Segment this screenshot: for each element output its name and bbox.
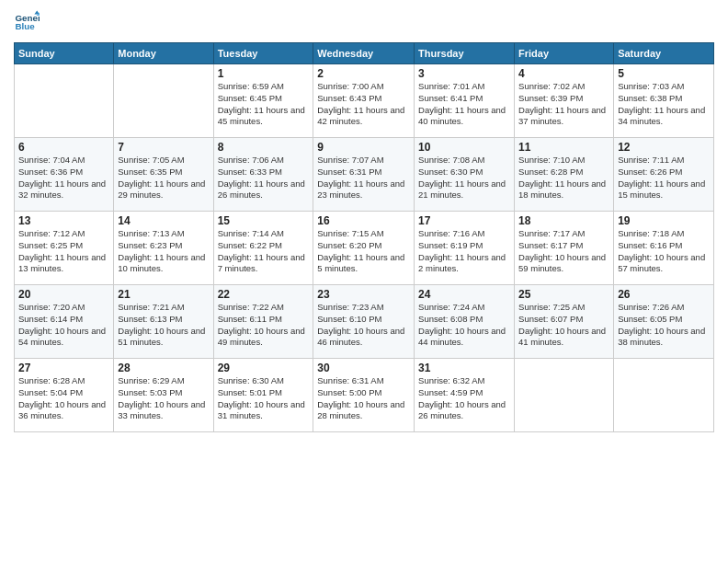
day-number: 11 <box>518 141 609 154</box>
calendar-cell: 18Sunrise: 7:17 AM Sunset: 6:17 PM Dayli… <box>515 212 614 285</box>
calendar-cell: 27Sunrise: 6:28 AM Sunset: 5:04 PM Dayli… <box>15 359 114 432</box>
svg-text:Blue: Blue <box>15 21 35 31</box>
day-number: 16 <box>317 214 410 227</box>
day-info: Sunrise: 7:07 AM Sunset: 6:31 PM Dayligh… <box>317 155 410 201</box>
calendar-cell <box>114 64 213 138</box>
page: General Blue SundayMondayTuesdayWednesda… <box>0 0 728 442</box>
calendar-cell: 22Sunrise: 7:22 AM Sunset: 6:11 PM Dayli… <box>213 285 313 359</box>
calendar-cell: 14Sunrise: 7:13 AM Sunset: 6:23 PM Dayli… <box>114 212 213 285</box>
calendar-cell: 2Sunrise: 7:00 AM Sunset: 6:43 PM Daylig… <box>313 64 415 138</box>
calendar-cell: 5Sunrise: 7:03 AM Sunset: 6:38 PM Daylig… <box>614 64 714 138</box>
calendar-cell: 23Sunrise: 7:23 AM Sunset: 6:10 PM Dayli… <box>313 285 415 359</box>
day-info: Sunrise: 7:08 AM Sunset: 6:30 PM Dayligh… <box>418 155 510 201</box>
day-number: 18 <box>518 214 609 227</box>
day-number: 4 <box>518 67 609 80</box>
calendar-cell <box>515 359 614 432</box>
day-number: 20 <box>18 288 109 301</box>
day-info: Sunrise: 6:32 AM Sunset: 4:59 PM Dayligh… <box>418 375 510 422</box>
day-info: Sunrise: 7:24 AM Sunset: 6:08 PM Dayligh… <box>418 302 510 349</box>
calendar-cell: 13Sunrise: 7:12 AM Sunset: 6:25 PM Dayli… <box>15 212 114 285</box>
day-info: Sunrise: 7:14 AM Sunset: 6:22 PM Dayligh… <box>218 228 310 275</box>
day-info: Sunrise: 7:17 AM Sunset: 6:17 PM Dayligh… <box>518 228 609 275</box>
day-number: 7 <box>118 141 209 154</box>
day-info: Sunrise: 7:23 AM Sunset: 6:10 PM Dayligh… <box>317 302 410 349</box>
day-info: Sunrise: 7:00 AM Sunset: 6:43 PM Dayligh… <box>317 81 410 128</box>
day-number: 19 <box>618 214 710 227</box>
day-number: 23 <box>317 288 410 301</box>
day-number: 30 <box>317 362 410 374</box>
header: General Blue <box>14 9 714 35</box>
day-number: 9 <box>317 141 410 154</box>
day-number: 5 <box>618 67 710 80</box>
day-number: 13 <box>18 214 109 227</box>
weekday-header: Friday <box>515 43 614 64</box>
day-number: 12 <box>618 141 710 154</box>
day-number: 28 <box>118 362 209 374</box>
calendar-week-row: 13Sunrise: 7:12 AM Sunset: 6:25 PM Dayli… <box>15 212 714 285</box>
calendar-cell: 28Sunrise: 6:29 AM Sunset: 5:03 PM Dayli… <box>114 359 213 432</box>
logo-icon: General Blue <box>14 9 40 35</box>
day-info: Sunrise: 7:21 AM Sunset: 6:13 PM Dayligh… <box>118 302 209 349</box>
calendar-cell: 31Sunrise: 6:32 AM Sunset: 4:59 PM Dayli… <box>415 359 515 432</box>
calendar-cell: 1Sunrise: 6:59 AM Sunset: 6:45 PM Daylig… <box>213 64 313 138</box>
day-number: 2 <box>317 67 410 80</box>
day-info: Sunrise: 6:29 AM Sunset: 5:03 PM Dayligh… <box>118 375 209 422</box>
day-info: Sunrise: 7:12 AM Sunset: 6:25 PM Dayligh… <box>18 228 109 275</box>
calendar-cell: 29Sunrise: 6:30 AM Sunset: 5:01 PM Dayli… <box>213 359 313 432</box>
calendar-header-row: SundayMondayTuesdayWednesdayThursdayFrid… <box>15 43 714 64</box>
day-number: 25 <box>518 288 609 301</box>
calendar-week-row: 20Sunrise: 7:20 AM Sunset: 6:14 PM Dayli… <box>15 285 714 359</box>
calendar-cell <box>614 359 714 432</box>
day-number: 21 <box>118 288 209 301</box>
calendar-cell: 30Sunrise: 6:31 AM Sunset: 5:00 PM Dayli… <box>313 359 415 432</box>
calendar-cell: 15Sunrise: 7:14 AM Sunset: 6:22 PM Dayli… <box>213 212 313 285</box>
day-number: 3 <box>418 67 510 80</box>
day-info: Sunrise: 7:16 AM Sunset: 6:19 PM Dayligh… <box>418 228 510 275</box>
day-number: 8 <box>218 141 310 154</box>
weekday-header: Wednesday <box>313 43 415 64</box>
weekday-header: Thursday <box>415 43 515 64</box>
day-info: Sunrise: 7:06 AM Sunset: 6:33 PM Dayligh… <box>218 155 310 201</box>
day-info: Sunrise: 6:31 AM Sunset: 5:00 PM Dayligh… <box>317 375 410 422</box>
calendar-cell: 11Sunrise: 7:10 AM Sunset: 6:28 PM Dayli… <box>515 138 614 212</box>
calendar-cell: 24Sunrise: 7:24 AM Sunset: 6:08 PM Dayli… <box>415 285 515 359</box>
day-info: Sunrise: 7:01 AM Sunset: 6:41 PM Dayligh… <box>418 81 510 128</box>
day-info: Sunrise: 7:25 AM Sunset: 6:07 PM Dayligh… <box>518 302 609 349</box>
logo: General Blue <box>14 9 41 35</box>
calendar-cell: 12Sunrise: 7:11 AM Sunset: 6:26 PM Dayli… <box>614 138 714 212</box>
day-number: 24 <box>418 288 510 301</box>
day-info: Sunrise: 7:20 AM Sunset: 6:14 PM Dayligh… <box>18 302 109 349</box>
calendar-cell: 3Sunrise: 7:01 AM Sunset: 6:41 PM Daylig… <box>415 64 515 138</box>
calendar-week-row: 27Sunrise: 6:28 AM Sunset: 5:04 PM Dayli… <box>15 359 714 432</box>
day-number: 29 <box>218 362 310 374</box>
calendar-cell: 17Sunrise: 7:16 AM Sunset: 6:19 PM Dayli… <box>415 212 515 285</box>
calendar-cell <box>15 64 114 138</box>
calendar-cell: 4Sunrise: 7:02 AM Sunset: 6:39 PM Daylig… <box>515 64 614 138</box>
day-info: Sunrise: 7:15 AM Sunset: 6:20 PM Dayligh… <box>317 228 410 275</box>
day-number: 14 <box>118 214 209 227</box>
day-info: Sunrise: 7:05 AM Sunset: 6:35 PM Dayligh… <box>118 155 209 201</box>
day-info: Sunrise: 6:30 AM Sunset: 5:01 PM Dayligh… <box>218 375 310 422</box>
calendar-cell: 7Sunrise: 7:05 AM Sunset: 6:35 PM Daylig… <box>114 138 213 212</box>
day-number: 31 <box>418 362 510 374</box>
calendar-cell: 19Sunrise: 7:18 AM Sunset: 6:16 PM Dayli… <box>614 212 714 285</box>
day-number: 1 <box>218 67 310 80</box>
day-info: Sunrise: 7:13 AM Sunset: 6:23 PM Dayligh… <box>118 228 209 275</box>
weekday-header: Sunday <box>15 43 114 64</box>
calendar-cell: 9Sunrise: 7:07 AM Sunset: 6:31 PM Daylig… <box>313 138 415 212</box>
calendar-cell: 8Sunrise: 7:06 AM Sunset: 6:33 PM Daylig… <box>213 138 313 212</box>
day-info: Sunrise: 7:26 AM Sunset: 6:05 PM Dayligh… <box>618 302 710 349</box>
calendar-cell: 16Sunrise: 7:15 AM Sunset: 6:20 PM Dayli… <box>313 212 415 285</box>
day-info: Sunrise: 7:02 AM Sunset: 6:39 PM Dayligh… <box>518 81 609 128</box>
day-info: Sunrise: 6:59 AM Sunset: 6:45 PM Dayligh… <box>218 81 310 128</box>
day-info: Sunrise: 7:03 AM Sunset: 6:38 PM Dayligh… <box>618 81 710 128</box>
calendar: SundayMondayTuesdayWednesdayThursdayFrid… <box>14 42 714 432</box>
day-number: 26 <box>618 288 710 301</box>
day-info: Sunrise: 6:28 AM Sunset: 5:04 PM Dayligh… <box>18 375 109 422</box>
day-info: Sunrise: 7:04 AM Sunset: 6:36 PM Dayligh… <box>18 155 109 201</box>
day-number: 17 <box>418 214 510 227</box>
calendar-cell: 20Sunrise: 7:20 AM Sunset: 6:14 PM Dayli… <box>15 285 114 359</box>
day-info: Sunrise: 7:10 AM Sunset: 6:28 PM Dayligh… <box>518 155 609 201</box>
calendar-cell: 10Sunrise: 7:08 AM Sunset: 6:30 PM Dayli… <box>415 138 515 212</box>
day-number: 15 <box>218 214 310 227</box>
